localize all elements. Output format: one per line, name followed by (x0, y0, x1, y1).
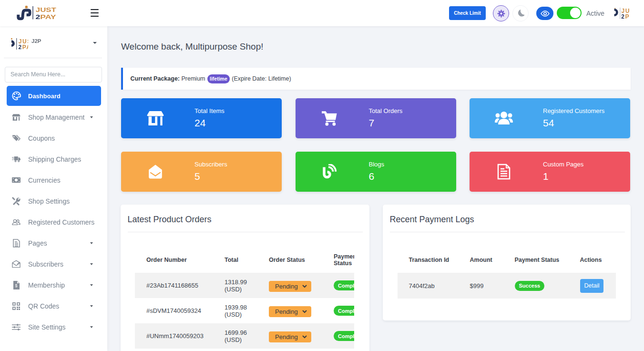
svg-text:2PAY: 2PAY (36, 13, 56, 21)
svg-text:2PA: 2PA (19, 44, 29, 50)
svg-text:2P: 2P (621, 13, 630, 20)
svg-text:JUST: JUST (36, 6, 57, 13)
svg-text:$: $ (15, 283, 17, 288)
